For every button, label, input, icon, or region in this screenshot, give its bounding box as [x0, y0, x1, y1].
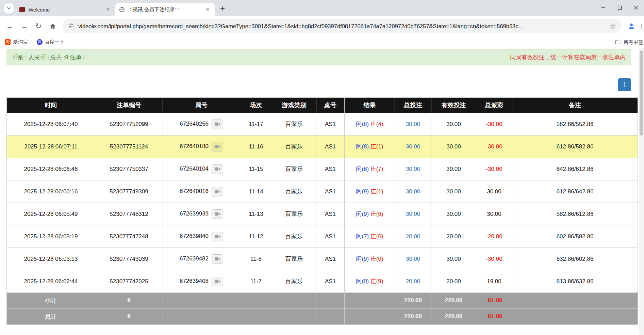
cell-total-bet-link[interactable]: 30.00 — [395, 113, 431, 135]
header-game-type: 游戏类别 — [272, 98, 316, 113]
total-valid-bet: 220.00 — [431, 309, 476, 325]
bet-record-row[interactable]: 2025-12-28 06:05:49 523077748312 6726399… — [7, 203, 638, 225]
cell-note: 613.86/632.86 — [512, 270, 638, 293]
cell-valid-bet: 30.00 — [431, 248, 476, 270]
cell-result: 闲(8) 庄(1) — [345, 135, 395, 158]
cell-total-bet-link[interactable]: 30.00 — [395, 135, 431, 158]
result-player: 闲(9) — [356, 256, 369, 262]
bet-record-row[interactable]: 2025-12-28 06:06:16 523077749309 6726400… — [7, 180, 638, 203]
cell-game-type: 百家乐 — [272, 225, 316, 248]
cell-result: 闲(8) 庄(4) — [345, 113, 395, 135]
video-replay-button[interactable] — [212, 187, 223, 196]
cell-session: 11-14 — [240, 180, 272, 203]
page-scrollbar[interactable] — [639, 48, 644, 335]
subtotal-label: 小计 — [7, 293, 95, 309]
cell-total-bet-link[interactable]: 30.00 — [395, 248, 431, 270]
maximize-icon — [617, 5, 622, 10]
baidu-icon: 百 — [37, 39, 43, 45]
bet-record-row[interactable]: 2025-12-28 06:05:19 523077747248 6726398… — [7, 225, 638, 248]
cell-total-bet-link[interactable]: 30.00 — [395, 180, 431, 203]
minimize-icon — [601, 5, 606, 10]
video-replay-button[interactable] — [212, 209, 223, 219]
bet-record-row[interactable]: 2025-12-28 06:07:11 523077751124 6726401… — [7, 135, 638, 158]
page-1-button[interactable]: 1 — [618, 78, 631, 91]
cell-result: 闲(7) 庄(6) — [345, 225, 395, 248]
tab-search-button[interactable] — [4, 3, 14, 13]
bookmark-aitaobao[interactable]: 淘 爱淘宝 — [5, 39, 28, 45]
video-replay-button[interactable] — [212, 277, 223, 286]
bookmark-star-icon[interactable]: ☆ — [610, 22, 616, 30]
video-camera-icon — [215, 144, 220, 149]
close-icon — [634, 5, 638, 10]
cell-total-bet-link[interactable]: 20.00 — [395, 270, 431, 293]
video-replay-button[interactable] — [212, 142, 223, 151]
bookmark-baidu[interactable]: 百 百度一下 — [37, 39, 65, 45]
back-button[interactable]: ← — [3, 19, 17, 33]
round-number: 672639408 — [180, 278, 209, 284]
page-content: 币别 : 人民币 | 总共 :8 注单 | 同局有效投注，统一计算在该局第一张注… — [0, 48, 644, 335]
cell-table-number: AS1 — [316, 180, 345, 203]
tab-bet-records[interactable]: :::视讯 会员下注纪录::: × — [115, 3, 215, 16]
video-replay-button[interactable] — [212, 164, 223, 174]
cell-total-bet-link[interactable]: 30.00 — [395, 158, 431, 180]
maximize-button[interactable] — [611, 0, 628, 15]
round-number: 672639939 — [180, 210, 209, 217]
cell-game-type: 百家乐 — [272, 158, 316, 180]
tab-close-icon[interactable]: × — [204, 6, 211, 13]
result-player: 闲(9) — [356, 211, 369, 217]
header-table-number: 桌号 — [316, 98, 345, 113]
browser-menu-icon[interactable]: ⋮ — [639, 19, 644, 33]
minimize-button[interactable] — [595, 0, 611, 15]
video-replay-button[interactable] — [212, 232, 223, 241]
empty-cell — [163, 293, 240, 309]
result-banker: 庄(6) — [370, 233, 383, 240]
navigation-bar: ← → ↻ videoie.com/ipl/portal.php/game/be… — [0, 16, 644, 36]
result-banker: 庄(1) — [370, 143, 383, 150]
cell-time: 2025-12-28 06:07:11 — [7, 135, 95, 158]
url-bar[interactable]: videoie.com/ipl/portal.php/game/betrecor… — [63, 19, 622, 33]
tab-welcome[interactable]: Welcome × — [16, 3, 115, 16]
cell-total-bet-link[interactable]: 20.00 — [395, 225, 431, 248]
reload-button[interactable]: ↻ — [31, 19, 46, 33]
cell-result: 闲(9) 庄(6) — [345, 203, 395, 225]
cell-table-number: AS1 — [316, 135, 345, 158]
cell-bet-number: 523077750337 — [95, 158, 163, 180]
new-tab-button[interactable]: + — [217, 3, 228, 14]
cell-time: 2025-12-28 06:06:46 — [7, 158, 95, 180]
tab-close-icon[interactable]: × — [104, 6, 112, 13]
bet-record-row[interactable]: 2025-12-28 06:02:44 523077742025 6726394… — [7, 270, 638, 293]
result-player: 闲(8) — [356, 121, 369, 127]
cell-valid-bet: 30.00 — [431, 180, 476, 203]
result-banker: 庄(7) — [370, 166, 383, 172]
header-note: 备注 — [512, 98, 638, 113]
scrollbar-thumb[interactable] — [640, 50, 643, 135]
cell-note: 632.86/602.86 — [512, 248, 638, 270]
cell-total-bet-link[interactable]: 30.00 — [395, 203, 431, 225]
empty-cell — [163, 309, 240, 325]
cell-result: 闲(9) 庄(0) — [345, 248, 395, 270]
close-window-button[interactable] — [628, 0, 644, 15]
cell-note: 602.86/582.86 — [512, 225, 638, 248]
bet-record-row[interactable]: 2025-12-28 06:03:13 523077743039 6726394… — [7, 248, 638, 270]
cell-game-type: 百家乐 — [272, 248, 316, 270]
round-number: 672640104 — [180, 165, 209, 172]
video-camera-icon — [215, 212, 220, 216]
video-replay-button[interactable] — [212, 254, 223, 264]
all-bookmarks-label: 所有书签 — [624, 39, 643, 46]
bet-record-row[interactable]: 2025-12-28 06:06:46 523077750337 6726401… — [7, 158, 638, 180]
all-bookmarks[interactable]: 所有书签 — [612, 36, 643, 48]
bet-record-row[interactable]: 2025-12-28 06:07:40 523077752099 6726402… — [7, 113, 638, 135]
profile-avatar-icon[interactable] — [624, 19, 639, 33]
cell-round-number: 672639408 — [163, 270, 240, 293]
site-info-icon[interactable] — [68, 22, 74, 30]
folder-icon — [615, 39, 621, 45]
cell-payout: -30.00 — [476, 158, 512, 180]
cell-valid-bet: 20.00 — [431, 225, 476, 248]
cell-session: 11-17 — [240, 113, 272, 135]
video-camera-icon — [215, 167, 220, 171]
home-button[interactable] — [46, 19, 60, 33]
cell-session: 11-15 — [240, 158, 272, 180]
forward-button[interactable]: → — [17, 19, 31, 33]
video-replay-button[interactable] — [212, 119, 223, 129]
notice-text: 同局有效投注，统一计算在该局第一张注单内 — [510, 53, 626, 61]
